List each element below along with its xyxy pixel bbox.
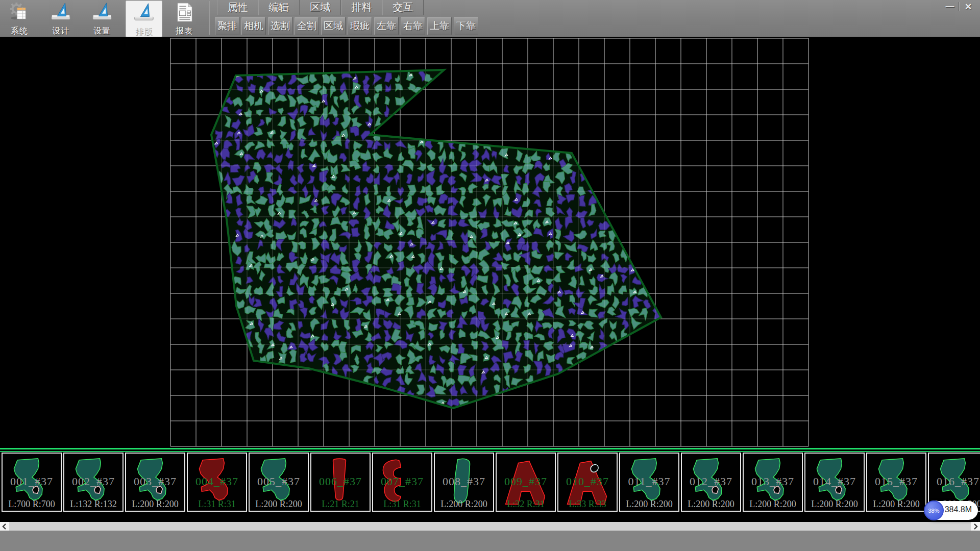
piece-lr-count: L:32 R:31	[497, 499, 555, 510]
piece-thumbnail-005[interactable]: 005_#37 L:200 R:200	[249, 453, 309, 512]
tool-button-7[interactable]: 左靠	[374, 17, 399, 35]
piece-name: 010_#37	[558, 475, 617, 488]
window-footer	[0, 531, 980, 551]
piece-thumbnail-strip: 001_#37 L:700 R:700 002_#37 L:132 R:132 …	[0, 452, 980, 512]
toolbar-divider	[209, 1, 210, 35]
piece-lr-count: L:31 R:31	[373, 499, 431, 510]
left-arrow-icon	[2, 523, 7, 530]
toolbar-tab-5[interactable]: 报表	[166, 1, 202, 36]
piece-thumbnail-013[interactable]: 013_#37 L:200 R:200	[743, 453, 803, 512]
memory-status-badge: 384.8M 38%	[925, 501, 978, 520]
piece-thumbnail-007[interactable]: 007_#37 L:31 R:31	[372, 453, 432, 512]
piece-name: 007_#37	[373, 475, 431, 488]
piece-name: 016_#37	[929, 475, 980, 488]
ruler-icon	[133, 1, 155, 26]
menu-item-2[interactable]: 编辑	[258, 0, 300, 15]
scroll-right-button[interactable]	[971, 522, 980, 531]
piece-lr-count: L:200 R:200	[250, 499, 308, 510]
tool-button-3[interactable]: 选割	[268, 17, 292, 35]
close-button[interactable]: ✕	[960, 1, 977, 13]
piece-name: 002_#37	[64, 475, 122, 488]
toolbar-tab-2[interactable]: 设计	[43, 1, 79, 36]
piece-name: 012_#37	[682, 475, 740, 488]
piece-name: 015_#37	[867, 475, 925, 488]
piece-thumbnail-002[interactable]: 002_#37 L:132 R:132	[63, 453, 124, 512]
piece-lr-count: L:700 R:700	[3, 499, 61, 510]
toolbar-tab-label: 设置	[93, 26, 111, 37]
tool-button-4[interactable]: 全割	[295, 17, 319, 35]
report-icon	[174, 1, 195, 25]
piece-thumbnail-015[interactable]: 015_#37 L:200 R:200	[866, 453, 926, 512]
piece-thumbnail-012[interactable]: 012_#37 L:200 R:200	[681, 453, 741, 512]
piece-lr-count: L:200 R:200	[867, 499, 925, 510]
menu-bar: 属性编辑区域排料交互	[217, 0, 424, 15]
menu-item-4[interactable]: 排料	[341, 0, 382, 15]
nesting-canvas[interactable]	[0, 37, 980, 448]
piece-name: 011_#37	[620, 475, 678, 488]
piece-lr-count: L:200 R:200	[682, 499, 740, 510]
ruler-icon	[91, 1, 113, 25]
piece-lr-count: L:200 R:200	[744, 499, 802, 510]
scroll-left-button[interactable]	[0, 522, 9, 531]
toolbar-tab-3[interactable]: 设置	[84, 1, 120, 36]
toolbar-tab-4[interactable]: 排版	[126, 1, 162, 37]
menu-item-5[interactable]: 交互	[382, 0, 424, 15]
piece-lr-count: L:200 R:200	[435, 499, 493, 510]
piece-name: 013_#37	[744, 475, 802, 488]
piece-lr-count: L:33 R:33	[558, 499, 617, 510]
minimize-button[interactable]: —	[941, 1, 959, 13]
tool-button-row: 聚排相机选割全割区域瑕疵左靠右靠上靠下靠	[215, 17, 478, 34]
piece-thumbnail-014[interactable]: 014_#37 L:200 R:200	[804, 453, 865, 512]
piece-name: 006_#37	[311, 475, 370, 488]
tool-button-2[interactable]: 相机	[241, 17, 266, 35]
window-controls: — ✕	[941, 0, 977, 13]
ruler-icon	[50, 1, 71, 25]
piece-thumbnail-010[interactable]: 010_#37 L:33 R:33	[557, 453, 618, 512]
toolbar-tab-label: 设计	[52, 26, 69, 37]
tool-button-10[interactable]: 下靠	[454, 17, 478, 35]
tool-button-9[interactable]: 上靠	[427, 17, 452, 35]
piece-lr-count: L:21 R:21	[311, 499, 370, 510]
top-toolbar: 系统 设计 设置 排版 报表 属性编辑区域排料交互 聚排相机选割全割区域瑕疵左靠…	[0, 0, 980, 37]
piece-thumbnail-011[interactable]: 011_#37 L:200 R:200	[619, 453, 679, 512]
thumbnail-panel-separator	[0, 448, 980, 452]
piece-thumbnail-001[interactable]: 001_#37 L:700 R:700	[2, 453, 62, 512]
system-icon	[9, 1, 30, 25]
nesting-canvas-svg	[0, 37, 980, 448]
menu-item-1[interactable]: 属性	[217, 0, 258, 15]
piece-name: 009_#37	[497, 475, 555, 488]
piece-lr-count: L:200 R:200	[126, 499, 184, 510]
menu-item-3[interactable]: 区域	[300, 0, 341, 15]
piece-thumbnail-004[interactable]: 004_#37 L:31 R:31	[187, 453, 247, 512]
piece-lr-count: L:31 R:31	[188, 499, 246, 510]
piece-thumbnail-006[interactable]: 006_#37 L:21 R:21	[310, 453, 371, 512]
piece-name: 001_#37	[3, 475, 61, 488]
piece-name: 008_#37	[435, 475, 493, 488]
piece-lr-count: L:132 R:132	[64, 499, 122, 510]
toolbar-tab-label: 系统	[11, 26, 28, 37]
percent-indicator: 38%	[924, 500, 944, 520]
piece-name: 005_#37	[250, 475, 308, 488]
piece-lr-count: L:200 R:200	[805, 499, 864, 510]
right-arrow-icon	[973, 523, 978, 530]
piece-thumbnail-008[interactable]: 008_#37 L:200 R:200	[434, 453, 494, 512]
tool-button-1[interactable]: 聚排	[215, 17, 239, 35]
toolbar-tab-label: 报表	[176, 26, 193, 37]
memory-value: 384.8M	[945, 505, 972, 514]
piece-name: 014_#37	[805, 475, 864, 488]
piece-thumbnail-003[interactable]: 003_#37 L:200 R:200	[125, 453, 185, 512]
piece-name: 003_#37	[126, 475, 184, 488]
horizontal-scrollbar[interactable]	[0, 522, 980, 531]
tool-button-6[interactable]: 瑕疵	[348, 17, 372, 35]
toolbar-tab-1[interactable]: 系统	[2, 1, 37, 36]
tool-button-8[interactable]: 右靠	[401, 17, 425, 35]
piece-name: 004_#37	[188, 475, 246, 488]
tool-button-5[interactable]: 区域	[321, 17, 346, 35]
toolbar-tab-label: 排版	[135, 27, 153, 37]
piece-thumbnail-009[interactable]: 009_#37 L:32 R:31	[496, 453, 556, 512]
piece-lr-count: L:200 R:200	[620, 499, 678, 510]
